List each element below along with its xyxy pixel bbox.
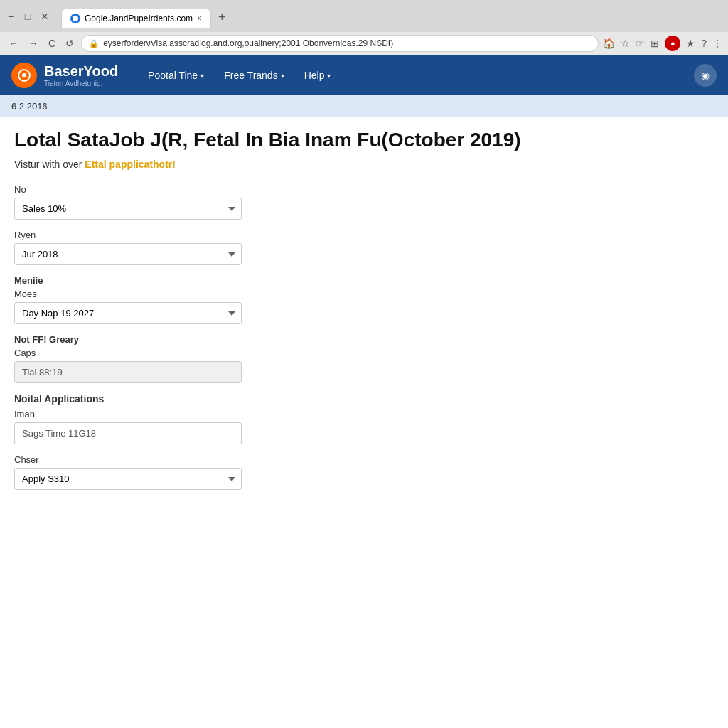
tab-bar: Gogle.JandPupeIrdents.com × + [55,4,237,28]
field6-select[interactable]: Apply S310 [14,468,242,490]
lock-icon: 🔒 [89,39,99,48]
site-logo-icon [11,63,37,88]
site-logo-text: BaserYood Tiaton Avdhetunig. [44,63,118,87]
main-content: Lotal SataJob J(R, Fetal In Bia Inam Fu(… [0,117,728,511]
page-title: Lotal SataJob J(R, Fetal In Bia Inam Fu(… [14,129,714,151]
tab-title: Gogle.JandPupeIrdents.com [85,14,193,23]
nav-item-trands[interactable]: Free Trands ▾ [215,64,292,87]
form-group-iman: Iman [14,409,714,444]
field2-select[interactable]: Jur 2018 [14,243,242,265]
subtitle-pre: Vistur with over [14,159,85,170]
tab-close-button[interactable]: × [197,14,202,23]
field3-label: Meniie [14,275,714,286]
forward-button[interactable]: → [26,35,41,52]
subtitle: Vistur with over Ettal papplicathotr! [14,159,714,170]
field4-label: Not FF! Greary [14,334,714,345]
menu-icon[interactable]: ⋮ [712,38,722,49]
active-tab[interactable]: Gogle.JandPupeIrdents.com × [61,9,211,28]
svg-point-2 [22,73,26,77]
date-text: 6 2 2016 [11,101,48,112]
browser-titlebar: − □ ✕ Gogle.JandPupeIrdents.com × + [0,0,728,32]
maximize-button[interactable]: □ [23,11,33,21]
field5-label: Iman [14,409,714,419]
form-group-notff: Not FF! Greary Caps [14,334,714,383]
nav-item-help[interactable]: Help ▾ [296,64,340,87]
site-navbar: BaserYood Tiaton Avdhetunig. Pootal Tine… [0,55,728,95]
field1-label: No [14,184,714,195]
site-logo-subtitle: Tiaton Avdhetunig. [44,80,118,87]
field3-sublabel: Moes [14,289,714,299]
browser-chrome: − □ ✕ Gogle.JandPupeIrdents.com × + ← → … [0,0,728,55]
field2-label: Ryen [14,230,714,240]
minimize-button[interactable]: − [6,11,16,21]
back-button[interactable]: ← [6,35,21,52]
star-icon[interactable]: ★ [686,38,695,49]
bookmark-icon[interactable]: ☆ [621,38,630,49]
nav-right: ◉ [694,64,717,87]
svg-point-0 [73,16,78,21]
form-group-meniie: Meniie Moes Day Nap 19 2027 [14,275,714,324]
field4-input[interactable] [14,361,242,383]
form-group-chser: Chser Apply S310 [14,454,714,490]
nav-arrow-1: ▾ [281,72,284,80]
user-avatar-icon[interactable]: ● [665,36,680,51]
nav-items: Pootal Tine ▾ Free Trands ▾ Help ▾ [139,64,339,87]
form-group-ryen: Ryen Jur 2018 [14,230,714,265]
address-bar-row: ← → C ↺ 🔒 eyserforderνVisa.asscradiog.an… [0,32,728,55]
home-icon[interactable]: 🏠 [603,38,615,49]
site-logo-title: BaserYood [44,63,118,80]
toolbar-icons: 🏠 ☆ ☞ ⊞ ● ★ ? ⋮ [603,36,722,51]
site-logo: BaserYood Tiaton Avdhetunig. [11,63,118,88]
tab-favicon [70,14,80,23]
section-title: Noital Applications [14,393,714,405]
nav-arrow-2: ▾ [327,72,331,80]
field5-input[interactable] [14,422,242,444]
new-tab-button[interactable]: + [213,7,232,28]
date-bar: 6 2 2016 [0,95,728,117]
subtitle-highlight: Ettal papplicathotr! [85,159,176,170]
url-text: eyserforderνVisa.asscradiog.and.org,oual… [103,38,591,48]
form-group-no: No Sales 10% [14,184,714,220]
address-bar[interactable]: 🔒 eyserforderνVisa.asscradiog.and.org,ou… [81,35,599,52]
nav-arrow-0: ▾ [200,72,204,80]
field6-label: Chser [14,454,714,465]
grid-icon[interactable]: ⊞ [651,38,659,49]
close-button[interactable]: ✕ [40,11,50,21]
field1-select[interactable]: Sales 10% [14,198,242,220]
reload-button1[interactable]: C [46,35,58,52]
nav-item-pootal[interactable]: Pootal Tine ▾ [139,64,213,87]
field4-sublabel: Caps [14,348,714,358]
help-icon[interactable]: ? [701,38,707,49]
field3-select[interactable]: Day Nap 19 2027 [14,302,242,324]
window-controls: − □ ✕ [6,11,50,21]
nav-circle-button[interactable]: ◉ [694,64,717,87]
hand-icon[interactable]: ☞ [636,38,645,49]
reload-button2[interactable]: ↺ [63,35,77,52]
